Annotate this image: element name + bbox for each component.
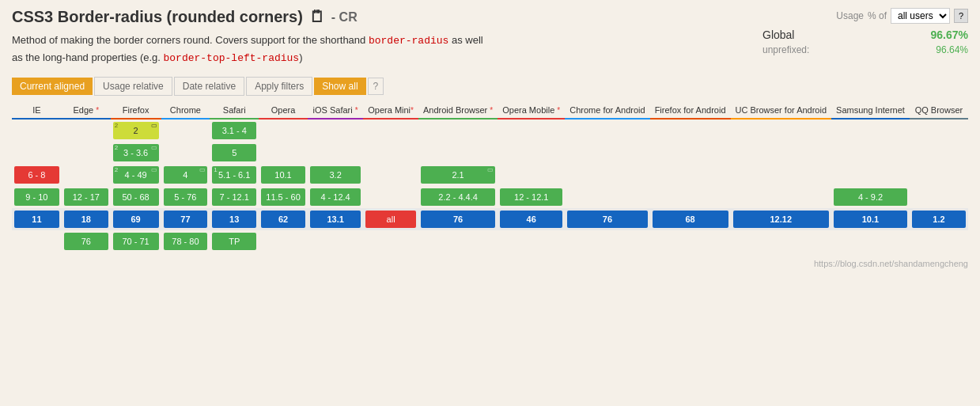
cell-ie-current: 11 xyxy=(12,208,62,230)
title-text: CSS3 Border-radius (rounded corners) xyxy=(12,8,303,26)
table-row: 2 3 - 3.6 ▭ 5 xyxy=(12,142,968,164)
cell-samsung xyxy=(831,164,910,186)
unprefixed-label: unprefixed: xyxy=(762,44,809,55)
cell-opera-mob xyxy=(498,119,565,142)
global-label: Global xyxy=(762,28,794,41)
stats-section: Usage % of all users ? Global 96.67% unp… xyxy=(762,8,968,55)
stats-help-button[interactable]: ? xyxy=(954,9,968,23)
cell-chrome-and xyxy=(565,142,649,164)
cell-edge-current: 18 xyxy=(62,208,111,230)
cell-ff-fut: 70 - 71 xyxy=(111,230,161,252)
cell-ie: 6 - 8 xyxy=(12,164,62,186)
show-all-button[interactable]: Show all xyxy=(314,78,365,95)
th-samsung: Samsung Internet xyxy=(831,102,910,119)
cell-uc-current: 12.12 xyxy=(731,208,832,230)
cell-qq xyxy=(910,142,968,164)
title-icon: 🗒 xyxy=(309,8,325,26)
cell-qq-current: 1.2 xyxy=(910,208,968,230)
page-title: CSS3 Border-radius (rounded corners) 🗒 -… xyxy=(12,8,762,26)
toolbar: Current aligned Usage relative Date rela… xyxy=(12,77,968,96)
cell-ios-fut xyxy=(308,230,363,252)
cell-opera-mob: 12 - 12.1 xyxy=(498,186,565,208)
cell-safari-current: 13 xyxy=(210,208,259,230)
cell-opera-mini xyxy=(363,142,418,164)
cell-samsung-current: 10.1 xyxy=(831,208,910,230)
th-uc-browser: UC Browser for Android xyxy=(731,102,832,119)
cell-ff-and xyxy=(650,164,731,186)
cell-edge-fut: 76 xyxy=(62,230,111,252)
cell-chrome: 4 ▭ xyxy=(161,164,210,186)
th-android-browser: Android Browser * xyxy=(418,102,498,119)
cell-ie: 9 - 10 xyxy=(12,186,62,208)
cell-opera-mini-current: all xyxy=(363,208,418,230)
cell-uc-fut xyxy=(731,230,832,252)
cell-edge: 12 - 17 xyxy=(62,186,111,208)
cell-opera-mini-fut xyxy=(363,230,418,252)
description: Method of making the border corners roun… xyxy=(12,32,486,67)
cell-uc xyxy=(731,186,832,208)
cell-android xyxy=(418,142,498,164)
cell-qq xyxy=(910,186,968,208)
cell-opera-mob xyxy=(498,142,565,164)
cell-opera: 11.5 - 60 xyxy=(259,186,308,208)
table-row: 6 - 8 2 4 - 49 ▭ 4 ▭ xyxy=(12,164,968,186)
cell-ff-and-fut xyxy=(650,230,731,252)
cell-safari: 3.1 - 4 xyxy=(210,119,259,142)
cell-opera-mob xyxy=(498,164,565,186)
cell-firefox: 2 4 - 49 ▭ xyxy=(111,164,161,186)
th-opera: Opera xyxy=(259,102,308,119)
cell-opera xyxy=(259,142,308,164)
user-type-select[interactable]: all users xyxy=(891,8,950,24)
cell-edge xyxy=(62,164,111,186)
cell-ff-and xyxy=(650,186,731,208)
th-edge: Edge * xyxy=(62,102,111,119)
cell-opera-mini xyxy=(363,119,418,142)
current-aligned-button[interactable]: Current aligned xyxy=(12,78,93,95)
cell-uc xyxy=(731,164,832,186)
global-value: 96.67% xyxy=(931,28,968,41)
cell-opera: 10.1 xyxy=(259,164,308,186)
cell-safari-fut: TP xyxy=(210,230,259,252)
th-ie: IE xyxy=(12,102,62,119)
cell-ff-and-current: 68 xyxy=(650,208,731,230)
usage-relative-button[interactable]: Usage relative xyxy=(94,77,172,96)
cell-opera xyxy=(259,119,308,142)
table-row: 2 2 ▭ 3.1 - 4 xyxy=(12,119,968,142)
browser-support-table: IE Edge * Firefox Chrome Safari Opera iO… xyxy=(12,102,968,252)
cell-samsung xyxy=(831,119,910,142)
usage-label: Usage xyxy=(836,10,864,21)
th-firefox-android: Firefox for Android xyxy=(650,102,731,119)
cell-ie xyxy=(12,142,62,164)
table-row-current: 11 18 69 77 13 62 xyxy=(12,208,968,230)
th-qq-browser: QQ Browser xyxy=(910,102,968,119)
th-safari: Safari xyxy=(210,102,259,119)
apply-filters-button[interactable]: Apply filters xyxy=(246,77,312,96)
cell-chrome xyxy=(161,142,210,164)
cell-android-fut xyxy=(418,230,498,252)
th-chrome: Chrome xyxy=(161,102,210,119)
cell-ios xyxy=(308,119,363,142)
cell-opera-current: 62 xyxy=(259,208,308,230)
cell-qq xyxy=(910,164,968,186)
cell-opera-mob-current: 46 xyxy=(498,208,565,230)
cell-uc xyxy=(731,142,832,164)
cell-chrome-and-current: 76 xyxy=(565,208,649,230)
th-opera-mini: Opera Mini* xyxy=(363,102,418,119)
cell-safari: 5 xyxy=(210,142,259,164)
table-row: 9 - 10 12 - 17 50 - 68 5 - 76 7 - 12.1 xyxy=(12,186,968,208)
cell-android-current: 76 xyxy=(418,208,498,230)
cell-chrome-and xyxy=(565,186,649,208)
cell-ie xyxy=(12,119,62,142)
date-relative-button[interactable]: Date relative xyxy=(174,77,244,96)
table-row-future: 76 70 - 71 78 - 80 TP xyxy=(12,230,968,252)
th-opera-mobile: Opera Mobile * xyxy=(498,102,565,119)
unprefixed-value: 96.64% xyxy=(936,44,968,55)
cell-android xyxy=(418,119,498,142)
cell-samsung: 4 - 9.2 xyxy=(831,186,910,208)
cell-firefox: 2 2 ▭ xyxy=(111,119,161,142)
cell-safari: 7 - 12.1 xyxy=(210,186,259,208)
cell-chrome-fut: 78 - 80 xyxy=(161,230,210,252)
cell-chrome-and xyxy=(565,119,649,142)
browser-table-wrapper: IE Edge * Firefox Chrome Safari Opera iO… xyxy=(12,102,968,252)
toolbar-help-button[interactable]: ? xyxy=(368,78,384,95)
